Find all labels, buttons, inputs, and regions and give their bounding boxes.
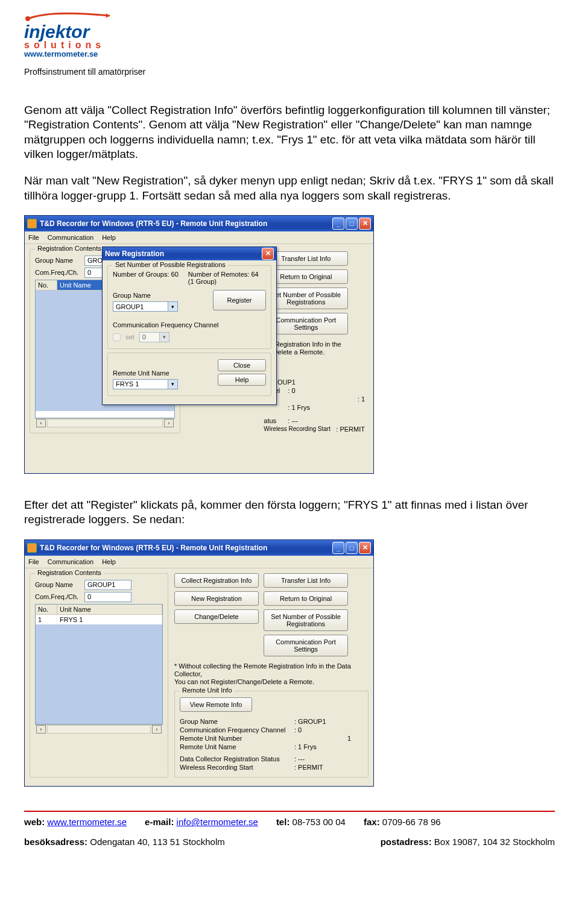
info-status-val: : --- xyxy=(288,417,365,424)
dialog-group-name-value[interactable]: GROUP1 xyxy=(113,301,168,312)
note-body: You can not Register/Change/Delete a Rem… xyxy=(174,678,314,685)
new-registration-dialog: New Registration ✕ Set Number of Possibl… xyxy=(102,247,277,405)
communication-port-settings-button[interactable]: Communication Port Settings xyxy=(264,635,348,656)
info-wrs-label: Wireless Recording Start xyxy=(264,426,336,433)
menu-communication[interactable]: Communication xyxy=(48,558,93,565)
unit-list[interactable]: No. Unit Name 1 FRYS 1 xyxy=(35,604,163,724)
group-name-label: Group Name xyxy=(35,257,84,264)
scroll-track[interactable] xyxy=(47,419,163,427)
menu-communication[interactable]: Communication xyxy=(48,234,93,241)
dialog-remote-unit-combo[interactable]: FRYS 1 ▾ xyxy=(113,379,178,389)
scroll-left-button[interactable]: ‹ xyxy=(36,419,46,427)
com-freq-label: Com.Freq./Ch. xyxy=(35,269,84,276)
set-number-registrations-button[interactable]: Set Number of Possible Registrations xyxy=(264,609,348,631)
horizontal-scrollbar[interactable]: ‹ › xyxy=(35,418,175,428)
app-icon xyxy=(27,219,37,228)
com-freq-value: 0 xyxy=(84,592,131,602)
footer-email-label: e-mail: xyxy=(145,817,174,827)
dialog-help-btn[interactable]: Help xyxy=(218,374,266,386)
dialog-remote-unit-label: Remote Unit Name xyxy=(113,369,178,377)
dialog-group-name-label: Group Name xyxy=(113,292,178,299)
scroll-left-button[interactable]: ‹ xyxy=(36,725,46,734)
horizontal-scrollbar[interactable]: ‹ › xyxy=(35,724,163,734)
dialog-setnum-legend: Set Number of Possible Registrations xyxy=(113,261,228,268)
col-no[interactable]: No. xyxy=(36,605,57,614)
com-freq-label: Com.Freq./Ch. xyxy=(35,593,84,600)
registration-contents-legend: Registration Contents xyxy=(35,245,104,252)
ri-cfc-lbl: Communication Frequency Channel xyxy=(180,726,294,734)
table-row[interactable]: 1 FRYS 1 xyxy=(36,615,162,624)
scroll-right-button[interactable]: › xyxy=(164,419,174,427)
close-button[interactable]: ✕ xyxy=(359,218,371,230)
dialog-title: New Registration xyxy=(105,250,164,258)
titlebar[interactable]: T&D Recorder for Windows (RTR-5 EU) - Re… xyxy=(25,540,373,556)
menu-file[interactable]: File xyxy=(28,234,39,241)
info-wrs-val: : PERMIT xyxy=(336,426,365,433)
dialog-close-btn[interactable]: Close xyxy=(218,359,266,371)
row-unit-name: FRYS 1 xyxy=(57,615,162,624)
titlebar[interactable]: T&D Recorder for Windows (RTR-5 EU) - Re… xyxy=(25,216,373,231)
dialog-remote-unit-value[interactable]: FRYS 1 xyxy=(113,379,168,389)
dialog-group-name-combo[interactable]: GROUP1 ▾ xyxy=(113,301,178,312)
logo-arrow-icon xyxy=(24,14,109,20)
dialog-set-checkbox xyxy=(113,333,121,341)
footer-besok-label: besöksadress: xyxy=(24,837,87,847)
ri-status-val: : --- xyxy=(294,755,363,762)
footer-email-link[interactable]: info@termometer.se xyxy=(177,817,258,827)
remote-unit-info-legend: Remote Unit Info xyxy=(180,687,235,694)
footer-post-label: postadress: xyxy=(381,837,432,847)
close-button[interactable]: ✕ xyxy=(359,542,371,554)
ri-group-lbl: Group Name xyxy=(180,718,294,725)
view-remote-info-button[interactable]: View Remote Info xyxy=(180,697,252,712)
footer-post-value: Box 19087, 104 32 Stockholm xyxy=(434,837,555,847)
minimize-button[interactable]: _ xyxy=(332,218,344,230)
window-title: T&D Recorder for Windows (RTR-5 EU) - Re… xyxy=(40,219,267,228)
info-remote-num-val: : 1 xyxy=(324,395,365,403)
transfer-list-info-button[interactable]: Transfer List Info xyxy=(264,573,348,588)
dialog-num-remotes-sub: (1 Group) xyxy=(188,278,217,285)
app-window-1: T&D Recorder for Windows (RTR-5 EU) - Re… xyxy=(24,215,374,474)
footer-rule xyxy=(24,811,555,812)
row-no: 1 xyxy=(36,615,57,624)
footer-tel-value: 08-753 00 04 xyxy=(293,817,346,827)
scroll-right-button[interactable]: › xyxy=(152,725,162,734)
menu-file[interactable]: File xyxy=(28,558,39,565)
menubar: File Communication Help xyxy=(25,556,373,568)
group-name-label: Group Name xyxy=(35,581,84,588)
ri-run-val: 1 xyxy=(294,735,363,742)
col-unit-name[interactable]: Unit Name xyxy=(57,605,162,614)
footer-web-label: web: xyxy=(24,817,45,827)
body-paragraph-3: Efter det att "Register" klickats på, ko… xyxy=(24,498,555,527)
col-no[interactable]: No. xyxy=(36,280,57,290)
ri-run-lbl: Remote Unit Number xyxy=(180,735,294,742)
new-registration-button[interactable]: New Registration xyxy=(174,591,259,606)
collect-registration-info-button[interactable]: Collect Registration Info xyxy=(174,573,259,588)
dropdown-icon[interactable]: ▾ xyxy=(168,379,178,389)
app-window-2: T&D Recorder for Windows (RTR-5 EU) - Re… xyxy=(24,539,374,787)
return-to-original-button[interactable]: Return to Original xyxy=(264,591,348,606)
dialog-cfc-label: Communication Frequency Channel xyxy=(113,321,266,328)
logo-website: www.termometer.se xyxy=(24,49,555,58)
menu-help[interactable]: Help xyxy=(102,558,116,565)
logo-block: injektor solutions www.termometer.se xyxy=(24,12,555,58)
footer-tel-label: tel: xyxy=(276,817,290,827)
info-status-label: atus xyxy=(264,417,288,424)
footer-line-1: web: www.termometer.se e-mail: info@term… xyxy=(24,817,555,827)
change-delete-button[interactable]: Change/Delete xyxy=(174,609,259,624)
maximize-button[interactable]: □ xyxy=(346,218,358,230)
footer-line-2: besöksadress: Odengatan 40, 113 51 Stock… xyxy=(24,837,555,847)
info-channel-val: : 0 xyxy=(288,387,365,394)
register-button[interactable]: Register xyxy=(213,290,266,310)
scroll-track[interactable] xyxy=(47,725,151,734)
window-title: T&D Recorder for Windows (RTR-5 EU) - Re… xyxy=(40,544,267,552)
dialog-close-button[interactable]: ✕ xyxy=(262,248,274,260)
dropdown-icon[interactable]: ▾ xyxy=(168,301,178,312)
maximize-button[interactable]: □ xyxy=(346,542,358,554)
ri-cfc-val: : 0 xyxy=(294,726,363,734)
footer-web-link[interactable]: www.termometer.se xyxy=(47,817,127,827)
minimize-button[interactable]: _ xyxy=(332,542,344,554)
ri-group-val: : GROUP1 xyxy=(294,718,363,725)
menu-help[interactable]: Help xyxy=(102,234,116,241)
dialog-set-label: set xyxy=(125,333,134,341)
registration-contents-legend: Registration Contents xyxy=(35,569,104,576)
